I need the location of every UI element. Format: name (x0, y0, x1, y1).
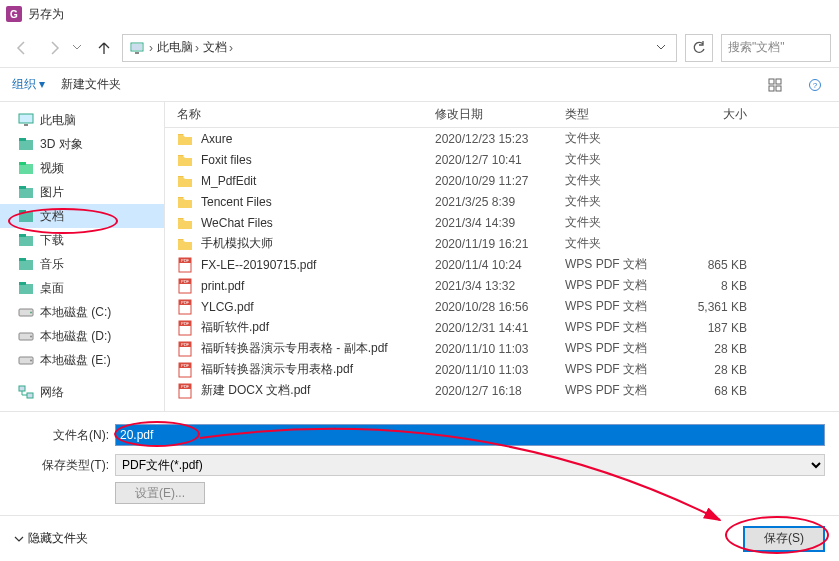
file-row[interactable]: PDF福昕软件.pdf2020/12/31 14:41WPS PDF 文档187… (165, 317, 839, 338)
header-size[interactable]: 大小 (665, 106, 765, 123)
header-type[interactable]: 类型 (565, 106, 665, 123)
file-row[interactable]: M_PdfEdit2020/10/29 11:27文件夹 (165, 170, 839, 191)
search-box[interactable]: 搜索"文档" (721, 34, 831, 62)
drive-icon (18, 328, 34, 344)
back-button[interactable] (8, 34, 36, 62)
file-row[interactable]: Tencent Files2021/3/25 8:39文件夹 (165, 191, 839, 212)
file-row[interactable]: Foxit files2020/12/7 10:41文件夹 (165, 149, 839, 170)
sidebar-item[interactable]: 下载 (0, 228, 164, 252)
file-type: WPS PDF 文档 (565, 319, 665, 336)
titlebar: G 另存为 (0, 0, 839, 28)
file-row[interactable]: PDFYLCG.pdf2020/10/28 16:56WPS PDF 文档5,3… (165, 296, 839, 317)
svg-text:PDF: PDF (181, 300, 190, 305)
file-date: 2020/12/7 16:18 (435, 384, 565, 398)
file-row[interactable]: PDF福昕转换器演示专用表格 - 副本.pdf2020/11/10 11:03W… (165, 338, 839, 359)
folder-icon (177, 194, 193, 210)
file-row[interactable]: WeChat Files2021/3/4 14:39文件夹 (165, 212, 839, 233)
history-dropdown[interactable] (72, 41, 86, 55)
sidebar-item-label: 此电脑 (40, 112, 76, 129)
svg-rect-4 (776, 79, 781, 84)
folder-icon (177, 173, 193, 189)
sidebar-item[interactable]: 3D 对象 (0, 132, 164, 156)
header-date[interactable]: 修改日期 (435, 106, 565, 123)
svg-rect-9 (19, 114, 33, 123)
file-date: 2020/12/7 10:41 (435, 153, 565, 167)
sidebar-item[interactable]: 此电脑 (0, 108, 164, 132)
save-button[interactable]: 保存(S) (743, 526, 825, 552)
drive-icon (18, 304, 34, 320)
file-name: WeChat Files (201, 216, 435, 230)
help-button[interactable]: ? (803, 73, 827, 97)
file-type: 文件夹 (565, 193, 665, 210)
sidebar-item[interactable]: 图片 (0, 180, 164, 204)
folder-icon (177, 236, 193, 252)
sidebar-item[interactable]: 本地磁盘 (E:) (0, 348, 164, 372)
file-type: 文件夹 (565, 235, 665, 252)
settings-button[interactable]: 设置(E)... (115, 482, 205, 504)
sidebar-item[interactable]: 视频 (0, 156, 164, 180)
svg-text:PDF: PDF (181, 258, 190, 263)
sidebar-item-label: 图片 (40, 184, 64, 201)
download-icon (18, 232, 34, 248)
sidebar-item[interactable]: 本地磁盘 (D:) (0, 324, 164, 348)
pdf-icon: PDF (177, 257, 193, 273)
svg-rect-19 (19, 236, 33, 246)
file-row[interactable]: Axure2020/12/23 15:23文件夹 (165, 128, 839, 149)
organize-menu[interactable]: 组织 ▾ (12, 76, 45, 93)
sidebar-item-label: 桌面 (40, 280, 64, 297)
view-icons-button[interactable] (763, 73, 787, 97)
new-folder-button[interactable]: 新建文件夹 (61, 76, 121, 93)
address-dropdown-icon[interactable] (652, 41, 670, 55)
filename-input[interactable] (115, 424, 825, 446)
file-date: 2021/3/4 13:32 (435, 279, 565, 293)
sidebar-item[interactable]: 文档 (0, 204, 164, 228)
sidebar-item-network[interactable]: 网络 (0, 380, 164, 404)
file-date: 2020/10/29 11:27 (435, 174, 565, 188)
svg-rect-14 (19, 162, 26, 165)
footer: 隐藏文件夹 保存(S) (0, 515, 839, 561)
sidebar-item[interactable]: 本地磁盘 (C:) (0, 300, 164, 324)
up-button[interactable] (90, 34, 118, 62)
filetype-label: 保存类型(T): (14, 457, 109, 474)
svg-rect-11 (19, 140, 33, 150)
svg-rect-13 (19, 164, 33, 174)
file-type: WPS PDF 文档 (565, 298, 665, 315)
file-row[interactable]: PDF福昕转换器演示专用表格.pdf2020/11/10 11:03WPS PD… (165, 359, 839, 380)
sidebar-item[interactable]: 音乐 (0, 252, 164, 276)
crumb-folder[interactable]: 文档 › (203, 39, 233, 56)
sidebar-item-label: 下载 (40, 232, 64, 249)
picture-icon (18, 184, 34, 200)
save-form: 文件名(N): 保存类型(T): PDF文件(*.pdf) 设置(E)... (0, 412, 839, 504)
sidebar-item-label: 本地磁盘 (C:) (40, 304, 111, 321)
refresh-button[interactable] (685, 34, 713, 62)
file-row[interactable]: PDFFX-LE--20190715.pdf2020/11/4 10:24WPS… (165, 254, 839, 275)
address-bar[interactable]: › 此电脑 › 文档 › (122, 34, 677, 62)
chevron-down-icon (14, 534, 24, 544)
svg-rect-24 (19, 282, 26, 285)
file-type: 文件夹 (565, 130, 665, 147)
svg-rect-12 (19, 138, 26, 141)
forward-button[interactable] (40, 34, 68, 62)
file-row[interactable]: PDFprint.pdf2021/3/4 13:32WPS PDF 文档8 KB (165, 275, 839, 296)
svg-rect-20 (19, 234, 26, 237)
file-type: WPS PDF 文档 (565, 277, 665, 294)
music-icon (18, 256, 34, 272)
file-name: print.pdf (201, 279, 435, 293)
file-date: 2020/11/10 11:03 (435, 363, 565, 377)
video-icon (18, 160, 34, 176)
hide-folders-toggle[interactable]: 隐藏文件夹 (14, 530, 88, 547)
sidebar-item-label: 本地磁盘 (E:) (40, 352, 111, 369)
file-type: 文件夹 (565, 151, 665, 168)
file-type: WPS PDF 文档 (565, 382, 665, 399)
svg-rect-21 (19, 260, 33, 270)
crumb-root[interactable]: 此电脑 › (157, 39, 199, 56)
filetype-select[interactable]: PDF文件(*.pdf) (115, 454, 825, 476)
file-row[interactable]: PDF新建 DOCX 文档.pdf2020/12/7 16:18WPS PDF … (165, 380, 839, 401)
file-row[interactable]: 手机模拟大师2020/11/19 16:21文件夹 (165, 233, 839, 254)
header-name[interactable]: 名称 (165, 106, 435, 123)
file-date: 2020/12/23 15:23 (435, 132, 565, 146)
pdf-icon: PDF (177, 278, 193, 294)
file-name: 福昕转换器演示专用表格.pdf (201, 361, 435, 378)
sidebar-item[interactable]: 桌面 (0, 276, 164, 300)
svg-text:PDF: PDF (181, 363, 190, 368)
